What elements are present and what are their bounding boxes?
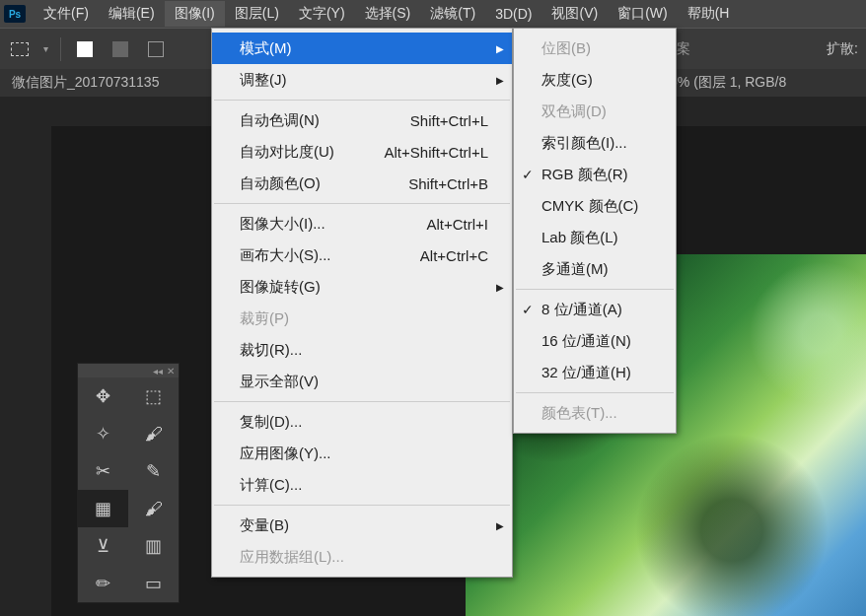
tool-6[interactable]: ▦: [78, 490, 128, 527]
tool-10[interactable]: ✏: [78, 565, 128, 602]
tool-8[interactable]: ⊻: [78, 527, 128, 565]
menu-item-label: Lab 颜色(L): [541, 229, 618, 247]
menu-item-label: 自动色调(N): [240, 111, 320, 130]
menu-view[interactable]: 视图(V): [541, 1, 608, 27]
menu-item-label: 复制(D)...: [240, 413, 302, 432]
menu-item-应用数据组l: 应用数据组(L)...: [212, 541, 512, 573]
menu-item-label: 图像大小(I)...: [240, 215, 325, 234]
menu-item-label: 模式(M): [240, 39, 292, 58]
menu-item-调整j[interactable]: 调整(J)▶: [212, 64, 512, 96]
menu-item-label: 8 位/通道(A): [541, 301, 622, 319]
menu-item-label: 位图(B): [541, 39, 591, 58]
submenu-arrow-icon: ▶: [496, 75, 504, 86]
menu-item-索引颜色i[interactable]: 索引颜色(I)...: [514, 127, 676, 159]
menu-bar: Ps 文件(F) 编辑(E) 图像(I) 图层(L) 文字(Y) 选择(S) 滤…: [0, 0, 866, 28]
menu-separator: [516, 289, 674, 290]
menu-type[interactable]: 文字(Y): [289, 1, 355, 27]
menu-item-rgb颜色r[interactable]: ✓RGB 颜色(R): [514, 159, 676, 190]
menu-image[interactable]: 图像(I): [165, 1, 225, 27]
menu-item-shortcut: Alt+Ctrl+C: [391, 247, 488, 264]
menu-file[interactable]: 文件(F): [34, 1, 99, 27]
menu-item-32位/通道h[interactable]: 32 位/通道(H): [514, 357, 676, 388]
menu-item-label: 多通道(M): [541, 260, 609, 279]
menu-item-label: CMYK 颜色(C): [541, 197, 638, 216]
menu-item-label: RGB 颜色(R): [541, 166, 628, 184]
menu-item-16位/通道n[interactable]: 16 位/通道(N): [514, 325, 676, 357]
tool-2[interactable]: ✧: [78, 415, 128, 452]
menu-separator: [516, 392, 674, 393]
check-icon: ✓: [522, 302, 534, 317]
menu-3d[interactable]: 3D(D): [485, 2, 541, 26]
menu-item-应用图像y[interactable]: 应用图像(Y)...: [212, 438, 512, 469]
menu-layer[interactable]: 图层(L): [225, 1, 289, 27]
menu-edit[interactable]: 编辑(E): [99, 1, 165, 27]
menu-item-模式m[interactable]: 模式(M)▶: [212, 33, 512, 64]
menu-item-自动颜色o[interactable]: 自动颜色(O)Shift+Ctrl+B: [212, 168, 512, 199]
menu-item-画布大小s[interactable]: 画布大小(S)...Alt+Ctrl+C: [212, 240, 512, 271]
menu-item-shortcut: Alt+Shift+Ctrl+L: [355, 144, 488, 161]
tool-1[interactable]: ⬚: [128, 377, 179, 415]
menu-item-位图b: 位图(B): [514, 33, 676, 64]
tool-3[interactable]: 🖌: [128, 415, 179, 452]
menu-separator: [214, 100, 510, 101]
menu-item-label: 灰度(G): [541, 71, 593, 90]
menu-item-label: 16 位/通道(N): [541, 332, 631, 351]
tool-9[interactable]: ▥: [128, 527, 179, 565]
menu-item-label: 变量(B): [240, 516, 289, 535]
tool-7[interactable]: 🖌: [128, 490, 179, 527]
menu-separator: [214, 401, 510, 402]
menu-item-裁剪p: 裁剪(P): [212, 303, 512, 334]
menu-help[interactable]: 帮助(H: [678, 1, 740, 27]
menu-item-8位/通道a[interactable]: ✓8 位/通道(A): [514, 294, 676, 325]
menu-item-裁切r[interactable]: 裁切(R)...: [212, 334, 512, 366]
menu-item-自动对比度u[interactable]: 自动对比度(U)Alt+Shift+Ctrl+L: [212, 136, 512, 168]
menu-item-多通道m[interactable]: 多通道(M): [514, 253, 676, 285]
menu-item-lab颜色l[interactable]: Lab 颜色(L): [514, 222, 676, 253]
menu-filter[interactable]: 滤镜(T): [420, 1, 485, 27]
mode-submenu-dropdown: 位图(B)灰度(G)双色调(D)索引颜色(I)...✓RGB 颜色(R)CMYK…: [513, 28, 677, 434]
image-menu-dropdown: 模式(M)▶调整(J)▶自动色调(N)Shift+Ctrl+L自动对比度(U)A…: [211, 28, 513, 578]
menu-item-颜色表t: 颜色表(T)...: [514, 397, 676, 429]
menu-item-label: 计算(C)...: [240, 476, 302, 495]
scatter-label: 扩散:: [827, 40, 858, 58]
menu-window[interactable]: 窗口(W): [608, 1, 678, 27]
menu-item-变量b[interactable]: 变量(B)▶: [212, 510, 512, 541]
close-icon[interactable]: ✕: [167, 366, 175, 376]
menu-item-双色调d: 双色调(D): [514, 96, 676, 127]
menu-separator: [214, 203, 510, 204]
tool-4[interactable]: ✂: [78, 452, 128, 490]
menu-item-label: 图像旋转(G): [240, 278, 321, 297]
pattern-thumb-icon[interactable]: [108, 37, 132, 61]
tool-5[interactable]: ✎: [128, 452, 179, 490]
document-tab-prefix[interactable]: 微信图片_20170731135: [12, 74, 159, 92]
menu-item-label: 颜色表(T)...: [541, 404, 617, 423]
menu-item-图像大小i[interactable]: 图像大小(I)...Alt+Ctrl+I: [212, 208, 512, 240]
menu-item-label: 应用数据组(L)...: [240, 548, 344, 567]
menu-select[interactable]: 选择(S): [355, 1, 421, 27]
tool-0[interactable]: ✥: [78, 377, 128, 415]
menu-item-显示全部v[interactable]: 显示全部(V): [212, 366, 512, 397]
toolbox-header[interactable]: ◂◂✕: [78, 364, 179, 377]
menu-item-label: 裁切(R)...: [240, 341, 302, 360]
menu-item-自动色调n[interactable]: 自动色调(N)Shift+Ctrl+L: [212, 104, 512, 136]
dropdown-arrow-icon[interactable]: ▾: [43, 43, 48, 54]
menu-item-label: 应用图像(Y)...: [240, 445, 331, 463]
foreground-square-icon[interactable]: [73, 37, 97, 61]
menu-item-cmyk颜色c[interactable]: CMYK 颜色(C): [514, 190, 676, 222]
menu-item-图像旋转g[interactable]: 图像旋转(G)▶: [212, 271, 512, 303]
menu-item-复制d[interactable]: 复制(D)...: [212, 406, 512, 438]
menu-item-shortcut: Alt+Ctrl+I: [397, 216, 488, 233]
collapse-icon[interactable]: ◂◂: [153, 366, 163, 376]
tool-11[interactable]: ▭: [128, 565, 179, 602]
menu-item-shortcut: Shift+Ctrl+B: [379, 175, 488, 192]
submenu-arrow-icon: ▶: [496, 282, 504, 293]
menu-item-label: 自动颜色(O): [240, 174, 321, 193]
ps-logo-icon: Ps: [4, 5, 26, 23]
menu-item-label: 双色调(D): [541, 103, 607, 121]
tool-preset-icon[interactable]: [8, 37, 32, 61]
swatch-icon[interactable]: [144, 37, 168, 61]
separator: [60, 37, 61, 61]
menu-item-计算c[interactable]: 计算(C)...: [212, 469, 512, 501]
menu-item-灰度g[interactable]: 灰度(G): [514, 64, 676, 96]
check-icon: ✓: [522, 167, 534, 182]
